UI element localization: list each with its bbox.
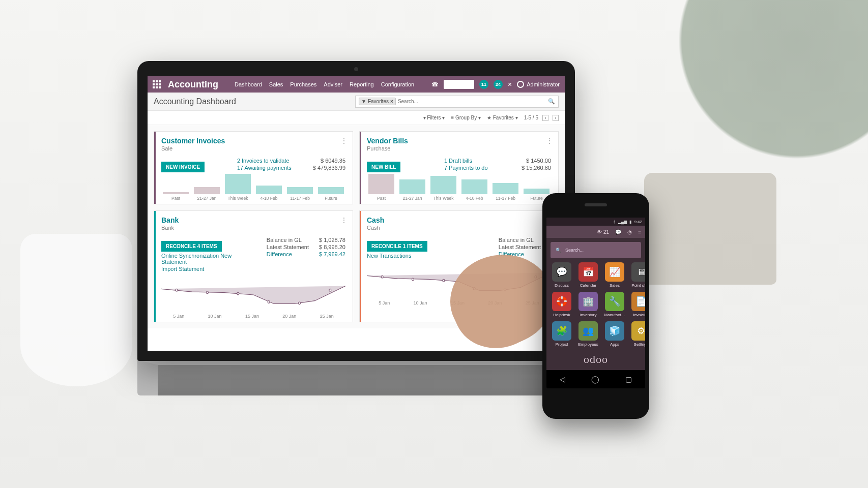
svg-point-8: [443, 279, 445, 282]
phone-app-manufact[interactable]: 🔧Manufact…: [603, 292, 626, 317]
phone-icon[interactable]: ☎: [431, 81, 439, 88]
search-bar[interactable]: ▼ Favorites × 🔍: [355, 96, 559, 108]
app-label: Inventory: [577, 313, 599, 317]
kv-label: Latest Statement: [499, 244, 541, 250]
phone-app-sales[interactable]: 📈Sales: [603, 262, 626, 288]
app-icon: 📈: [605, 262, 624, 282]
card-cash: ⋮CashCashRECONCILE 1 ITEMSNew Transactio…: [359, 210, 559, 322]
laptop-keyboard: [137, 360, 575, 395]
pager-next-button[interactable]: ›: [553, 115, 559, 121]
card-link[interactable]: 7 Payments to do: [444, 165, 511, 171]
nav-sales[interactable]: Sales: [269, 81, 283, 87]
signal-icon: ▂▄▆: [618, 220, 627, 224]
favorites-dropdown[interactable]: ★ Favorites ▾: [487, 115, 518, 120]
favorites-chip[interactable]: ▼ Favorites ×: [359, 98, 396, 105]
laptop: Accounting DashboardSalesPurchasesAdvise…: [137, 61, 575, 395]
app-title: Accounting: [168, 79, 218, 90]
card-bank: ⋮BankBankRECONCILE 4 ITEMSOnline Synchro…: [154, 210, 353, 322]
bills-action-button[interactable]: NEW BILL: [367, 162, 400, 172]
card-title[interactable]: Bank: [161, 216, 345, 224]
card-link[interactable]: 2 Invoices to validate: [237, 158, 303, 164]
groupby-dropdown[interactable]: ≡ Group By ▾: [451, 115, 481, 120]
nav-configuration[interactable]: Configuration: [381, 81, 414, 87]
messages-badge[interactable]: 11: [479, 80, 488, 89]
filters-dropdown[interactable]: ▾ Filters ▾: [423, 115, 445, 120]
card-link[interactable]: Import Statement: [161, 266, 256, 272]
battery-icon: ▮: [629, 220, 631, 224]
phone-app-employees[interactable]: 👥Employees: [577, 321, 599, 347]
svg-point-0: [176, 289, 178, 291]
chip-close-icon[interactable]: ×: [390, 99, 393, 104]
card-link[interactable]: Online Synchronization New Statement: [161, 253, 256, 265]
hamburger-icon[interactable]: ≡: [638, 229, 641, 235]
invoices-action-button[interactable]: NEW INVOICE: [161, 162, 205, 172]
app-label: Settings: [630, 342, 645, 347]
card-value: $ 479,836.99: [313, 165, 345, 171]
app-label: Invoicing: [630, 313, 645, 317]
phone-app-inventory[interactable]: 🏢Inventory: [577, 292, 599, 317]
search-input[interactable]: [398, 99, 548, 104]
home-icon[interactable]: ◯: [591, 375, 599, 383]
cash-action-button[interactable]: RECONCILE 1 ITEMS: [367, 241, 427, 252]
svg-point-5: [329, 289, 331, 291]
svg-point-6: [381, 276, 383, 278]
card-title[interactable]: Customer Invoices: [161, 137, 345, 145]
laptop-screen: Accounting DashboardSalesPurchasesAdvise…: [148, 76, 565, 351]
card-value: $ 6049.35: [313, 158, 345, 164]
kv-label: Balance in GL: [499, 237, 541, 243]
nav-adviser[interactable]: Adviser: [324, 81, 342, 87]
card-link[interactable]: 1 Draft bills: [444, 158, 511, 164]
search-icon[interactable]: 🔍: [548, 98, 555, 105]
svg-point-7: [412, 278, 414, 281]
card-link[interactable]: New Transactions: [367, 253, 488, 259]
card-link[interactable]: 17 Awaiting payments: [237, 165, 303, 171]
card-menu-icon[interactable]: ⋮: [340, 137, 348, 145]
app-label: Point of …: [630, 283, 645, 288]
chat-icon[interactable]: 💬: [615, 229, 621, 235]
kv-label: Difference: [267, 251, 309, 257]
card-subtitle: Purchase: [367, 145, 551, 151]
apps-grid-icon[interactable]: [153, 80, 161, 88]
avatar-icon: [517, 81, 524, 88]
user-menu[interactable]: Administrator: [517, 81, 560, 88]
app-icon: 📅: [578, 262, 598, 282]
app-icon: 👥: [578, 321, 598, 341]
page-title: Accounting Dashboard: [154, 97, 236, 106]
recent-icon[interactable]: ▢: [625, 375, 632, 383]
card-menu-icon[interactable]: ⋮: [546, 137, 553, 145]
card-bills: ⋮Vendor BillsPurchaseNEW BILL1 Draft bil…: [359, 131, 559, 204]
card-title[interactable]: Cash: [367, 216, 551, 224]
svg-point-10: [504, 289, 506, 291]
app-icon: 🖥: [631, 262, 645, 282]
nav-dashboard[interactable]: Dashboard: [235, 81, 262, 87]
views-badge[interactable]: 👁 21: [597, 229, 609, 235]
svg-point-3: [268, 301, 270, 303]
svg-point-4: [298, 302, 300, 304]
top-search[interactable]: [444, 80, 474, 89]
card-menu-icon[interactable]: ⋮: [546, 216, 553, 224]
app-label: Apps: [603, 342, 626, 347]
bank-action-button[interactable]: RECONCILE 4 ITEMS: [161, 241, 222, 252]
filter-icon: ▼: [361, 99, 366, 104]
app-label: Employees: [577, 342, 599, 347]
nav-purchases[interactable]: Purchases: [290, 81, 316, 87]
kv-label: Difference: [499, 251, 541, 257]
activities-badge[interactable]: 24: [494, 80, 503, 89]
close-icon[interactable]: ×: [508, 80, 512, 88]
svg-point-2: [237, 292, 239, 295]
kv-value: $ 7,969.42: [319, 251, 345, 257]
pager-prev-button[interactable]: ‹: [542, 115, 548, 121]
phone-app-settings[interactable]: ⚙Settings: [630, 321, 645, 347]
svg-point-9: [473, 288, 475, 290]
phone-app-apps[interactable]: 🧊Apps: [603, 321, 626, 347]
card-menu-icon[interactable]: ⋮: [340, 216, 348, 224]
webcam-icon: [354, 67, 358, 71]
phone-app-pointof[interactable]: 🖥Point of …: [630, 262, 645, 288]
card-title[interactable]: Vendor Bills: [367, 137, 551, 145]
bolt-icon[interactable]: ◔: [627, 229, 632, 235]
phone-app-calendar[interactable]: 📅Calendar: [577, 262, 599, 288]
kv-value: $ 8,998.20: [319, 244, 345, 250]
nav-reporting[interactable]: Reporting: [350, 81, 374, 87]
phone-app-invoicing[interactable]: 📄Invoicing: [630, 292, 645, 317]
card-subtitle: Cash: [367, 225, 551, 231]
